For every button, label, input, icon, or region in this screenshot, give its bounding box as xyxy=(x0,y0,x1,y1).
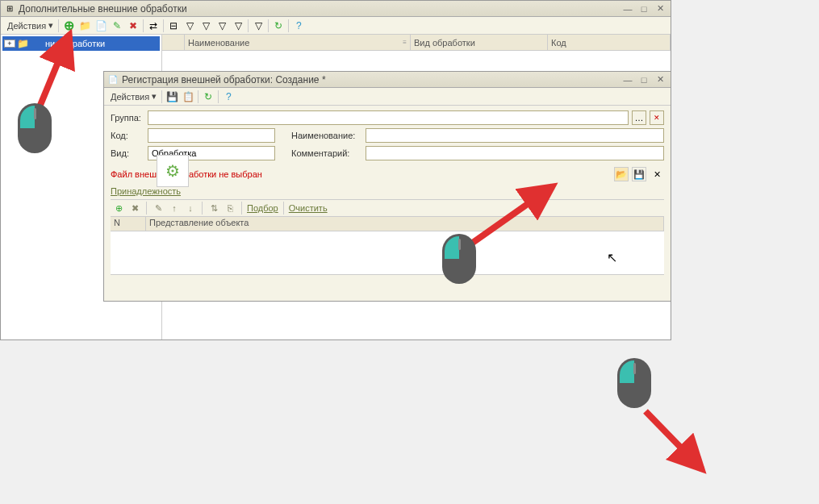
hier-icon[interactable]: ⊟ xyxy=(165,18,182,34)
code-label: Код: xyxy=(111,131,144,140)
col-repr[interactable]: Представление объекта xyxy=(146,217,664,231)
filter3-icon[interactable]: ▽ xyxy=(214,18,230,34)
add-icon[interactable]: ⊕ xyxy=(112,202,125,215)
epf-icon: ⚙ xyxy=(157,155,189,187)
col-marker[interactable] xyxy=(162,35,185,50)
expand-icon[interactable]: + xyxy=(4,40,15,48)
save-icon[interactable]: 💾 xyxy=(164,89,180,105)
belonging-toolbar: ⊕ ✖ ✎ ↑ ↓ ⇅ ⎘ Подбор Очистить xyxy=(111,199,664,217)
col-kind[interactable]: Вид обработки xyxy=(411,35,548,50)
mouse-hint-1 xyxy=(18,103,52,153)
clear-file-button[interactable]: ✕ xyxy=(650,167,664,181)
window-icon: 📄 xyxy=(107,74,119,85)
col-name[interactable]: Наименование≡ xyxy=(185,35,411,50)
maximize-button[interactable]: □ xyxy=(637,3,651,15)
minimize-button[interactable]: — xyxy=(621,74,635,85)
comment-label: Комментарий: xyxy=(291,148,362,158)
belonging-headers: N Представление объекта xyxy=(111,217,664,231)
close-button[interactable]: ✕ xyxy=(653,3,667,15)
name-label: Наименование: xyxy=(291,131,362,140)
belonging-list xyxy=(111,231,664,275)
kind-label: Вид: xyxy=(111,148,144,158)
save-file-button[interactable]: 💾 xyxy=(632,167,646,181)
copy-icon[interactable]: ⎘ xyxy=(224,202,236,215)
group-input[interactable] xyxy=(148,110,629,125)
help-icon[interactable]: ? xyxy=(290,18,307,34)
comment-input[interactable] xyxy=(366,146,664,160)
folder-icon: 📁 xyxy=(17,38,29,49)
down-icon[interactable]: ↓ xyxy=(184,202,197,215)
name-input[interactable] xyxy=(366,128,664,143)
minimize-button[interactable]: — xyxy=(621,3,635,15)
actions-menu[interactable]: Действия ▾ xyxy=(107,91,160,102)
arrow-3 xyxy=(637,403,718,484)
svg-line-1 xyxy=(39,35,69,109)
copy-icon[interactable]: 📄 xyxy=(93,18,109,34)
reread-icon[interactable]: ↻ xyxy=(200,89,216,105)
close-button[interactable]: ✕ xyxy=(653,74,667,85)
add-folder-icon[interactable]: 📁 xyxy=(77,18,93,34)
window-title: Регистрация внешней обработки: Создание … xyxy=(122,74,621,85)
toolbar: Действия ▾ 💾 📋 ↻ ? xyxy=(104,88,671,106)
group-select-button[interactable]: … xyxy=(632,110,646,125)
clear-filter-icon[interactable]: ▽ xyxy=(250,18,266,34)
refresh-icon[interactable]: ↻ xyxy=(270,18,286,34)
cursor-icon: ↖ xyxy=(607,250,617,265)
belonging-title: Принадлежность xyxy=(111,186,181,196)
group-clear-button[interactable]: ✕ xyxy=(650,110,664,125)
up-icon[interactable]: ↑ xyxy=(168,202,181,215)
code-input[interactable] xyxy=(148,128,275,143)
window-icon: ⊞ xyxy=(4,3,15,15)
delete-icon[interactable]: ✖ xyxy=(125,18,141,34)
filter1-icon[interactable]: ▽ xyxy=(182,18,198,34)
save-close-icon[interactable]: 📋 xyxy=(180,89,196,105)
clear-link[interactable]: Очистить xyxy=(289,203,328,213)
filter4-icon[interactable]: ▽ xyxy=(230,18,246,34)
window-title: Дополнительные внешние обработки xyxy=(19,3,621,15)
sort-icon[interactable]: ⇅ xyxy=(207,202,220,215)
col-code[interactable]: Код xyxy=(548,35,671,50)
column-headers: Наименование≡ Вид обработки Код xyxy=(162,35,671,51)
group-label: Группа: xyxy=(111,113,144,123)
move-icon[interactable]: ⇄ xyxy=(145,18,161,34)
svg-line-3 xyxy=(646,411,702,469)
maximize-button[interactable]: □ xyxy=(637,74,651,85)
title-bar: ⊞ Дополнительные внешние обработки — □ ✕ xyxy=(1,1,671,17)
filter2-icon[interactable]: ▽ xyxy=(198,18,214,34)
edit-icon[interactable]: ✎ xyxy=(109,18,125,34)
mouse-hint-2 xyxy=(442,234,476,284)
file-extra-epf[interactable]: ⚙ xyxy=(142,155,203,187)
col-n[interactable]: N xyxy=(111,217,146,231)
mouse-hint-3 xyxy=(617,358,651,408)
toolbar: Действия ▾ ⊕ 📁 📄 ✎ ✖ ⇄ ⊟ ▽ ▽ ▽ ▽ ▽ ↻ ? xyxy=(1,17,671,35)
svg-line-2 xyxy=(468,186,553,246)
delete-icon[interactable]: ✖ xyxy=(128,202,141,215)
help-icon[interactable]: ? xyxy=(220,89,236,105)
select-link[interactable]: Подбор xyxy=(247,203,278,213)
tree-root-node[interactable]: + 📁 ние обработки xyxy=(2,36,160,51)
title-bar: 📄 Регистрация внешней обработки: Создани… xyxy=(104,72,671,88)
open-file-button[interactable]: 📂 xyxy=(614,167,629,181)
edit-icon[interactable]: ✎ xyxy=(152,202,165,215)
